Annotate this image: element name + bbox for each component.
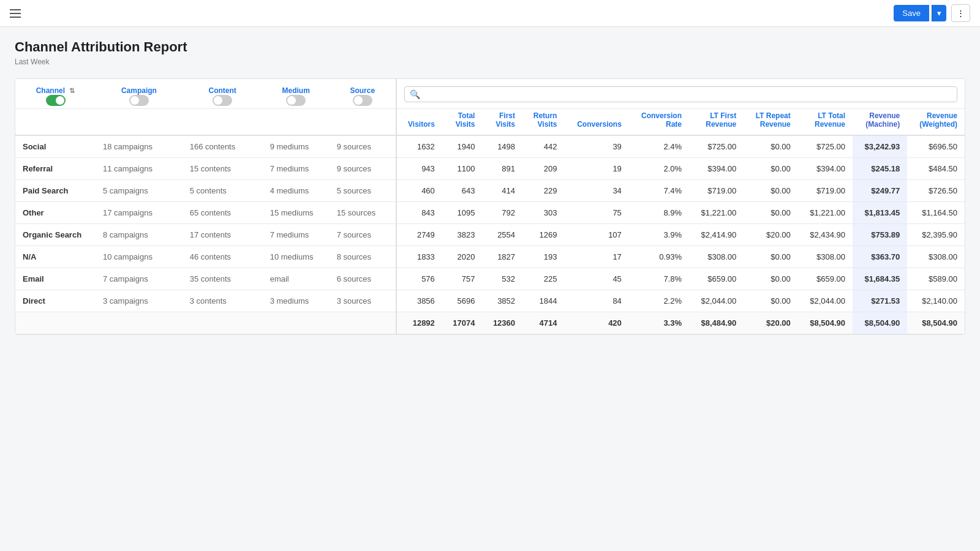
- cell-channel: Referral: [15, 158, 96, 180]
- cell-lt-total-revenue: $725.00: [798, 135, 853, 158]
- cell-return-visits: 1269: [522, 224, 564, 246]
- cell-conversion-rate: 7.8%: [629, 268, 689, 290]
- cell-revenue-weighted: $696.50: [907, 135, 965, 158]
- cell-total-visits: 1940: [442, 135, 483, 158]
- cell-conversions: 19: [564, 158, 628, 180]
- source-toggle[interactable]: [353, 95, 372, 106]
- table-row: Other 17 campaigns 65 contents 15 medium…: [15, 202, 965, 224]
- cell-revenue-weighted: $2,395.90: [907, 224, 965, 246]
- col-header-return-visits[interactable]: ReturnVisits: [522, 109, 564, 136]
- cell-revenue-machine: $363.70: [853, 246, 907, 268]
- col-header-revenue-machine[interactable]: Revenue(Machine): [853, 109, 907, 136]
- cell-lt-repeat-revenue: $0.00: [744, 246, 797, 268]
- table-row: Social 18 campaigns 166 contents 9 mediu…: [15, 135, 965, 158]
- col-header-revenue-weighted[interactable]: Revenue(Weighted): [907, 109, 965, 136]
- total-conversions: 420: [564, 312, 628, 334]
- cell-campaign: 18 campaigns: [96, 135, 183, 158]
- cell-lt-first-revenue: $394.00: [689, 158, 744, 180]
- more-options-button[interactable]: ⋮: [951, 4, 970, 22]
- cell-conversion-rate: 2.0%: [629, 158, 689, 180]
- cell-total-visits: 1095: [442, 202, 483, 224]
- content-toggle[interactable]: [213, 95, 232, 106]
- channel-filter-header: Channel ⇅: [15, 79, 96, 109]
- hamburger-menu[interactable]: [10, 9, 21, 18]
- cell-conversions: 84: [564, 290, 628, 312]
- cell-first-visits: 532: [482, 268, 522, 290]
- col-header-campaign: [96, 109, 183, 136]
- cell-lt-repeat-revenue: $0.00: [744, 202, 797, 224]
- cell-lt-first-revenue: $719.00: [689, 180, 744, 202]
- col-header-lt-total-revenue[interactable]: LT TotalRevenue: [798, 109, 853, 136]
- cell-channel: Organic Search: [15, 224, 96, 246]
- cell-content: 46 contents: [183, 246, 263, 268]
- cell-revenue-weighted: $484.50: [907, 158, 965, 180]
- col-header-total-visits[interactable]: TotalVisits: [442, 109, 483, 136]
- filter-icon[interactable]: ⇅: [69, 87, 75, 95]
- search-input[interactable]: [424, 90, 706, 99]
- cell-conversions: 107: [564, 224, 628, 246]
- col-header-visitors[interactable]: Visitors: [396, 109, 442, 136]
- cell-campaign: 11 campaigns: [96, 158, 183, 180]
- cell-campaign: 8 campaigns: [96, 224, 183, 246]
- search-icon: 🔍: [410, 89, 420, 99]
- cell-content: 5 contents: [183, 180, 263, 202]
- cell-revenue-machine: $753.89: [853, 224, 907, 246]
- cell-medium: 10 mediums: [263, 246, 330, 268]
- top-bar: Save ▾ ⋮: [0, 0, 980, 27]
- medium-toggle[interactable]: [286, 95, 306, 106]
- total-revenue-weighted: $8,504.90: [907, 312, 965, 334]
- table-row: Organic Search 8 campaigns 17 contents 7…: [15, 224, 965, 246]
- cell-first-visits: 1498: [482, 135, 522, 158]
- search-wrap: 🔍: [404, 86, 957, 102]
- col-header-conversion-rate[interactable]: ConversionRate: [629, 109, 689, 136]
- cell-first-visits: 1827: [482, 246, 522, 268]
- cell-lt-repeat-revenue: $0.00: [744, 290, 797, 312]
- total-return-visits: 4714: [522, 312, 564, 334]
- save-button[interactable]: Save: [894, 5, 929, 21]
- cell-visitors: 2749: [396, 224, 442, 246]
- save-dropdown-button[interactable]: ▾: [932, 5, 946, 21]
- page-title: Channel Attribution Report: [15, 39, 965, 55]
- cell-lt-total-revenue: $2,044.00: [798, 290, 853, 312]
- cell-medium: 3 mediums: [263, 290, 330, 312]
- col-header-lt-repeat-revenue[interactable]: LT RepeatRevenue: [744, 109, 797, 136]
- total-conversion-rate: 3.3%: [629, 312, 689, 334]
- col-header-first-visits[interactable]: FirstVisits: [482, 109, 522, 136]
- cell-conversion-rate: 2.2%: [629, 290, 689, 312]
- cell-lt-total-revenue: $659.00: [798, 268, 853, 290]
- cell-conversion-rate: 3.9%: [629, 224, 689, 246]
- source-filter-header: Source: [330, 79, 396, 109]
- cell-return-visits: 225: [522, 268, 564, 290]
- channel-toggle[interactable]: [46, 95, 66, 106]
- cell-lt-total-revenue: $2,434.90: [798, 224, 853, 246]
- cell-revenue-weighted: $1,164.50: [907, 202, 965, 224]
- cell-lt-first-revenue: $725.00: [689, 135, 744, 158]
- cell-first-visits: 3852: [482, 290, 522, 312]
- cell-visitors: 3856: [396, 290, 442, 312]
- cell-medium: 9 mediums: [263, 135, 330, 158]
- col-header-source: [330, 109, 396, 136]
- cell-revenue-machine: $1,684.35: [853, 268, 907, 290]
- cell-conversions: 45: [564, 268, 628, 290]
- cell-first-visits: 414: [482, 180, 522, 202]
- table-row: Referral 11 campaigns 15 contents 7 medi…: [15, 158, 965, 180]
- col-header-lt-first-revenue[interactable]: LT FirstRevenue: [689, 109, 744, 136]
- campaign-toggle[interactable]: [129, 95, 149, 106]
- col-header-channel: [15, 109, 96, 136]
- cell-lt-first-revenue: $1,221.00: [689, 202, 744, 224]
- col-header-conversions[interactable]: Conversions: [564, 109, 628, 136]
- cell-revenue-machine: $249.77: [853, 180, 907, 202]
- cell-revenue-weighted: $589.00: [907, 268, 965, 290]
- cell-revenue-machine: $1,813.45: [853, 202, 907, 224]
- cell-medium: 15 mediums: [263, 202, 330, 224]
- col-header-content: [183, 109, 263, 136]
- cell-campaign: 3 campaigns: [96, 290, 183, 312]
- total-channel: [15, 312, 96, 334]
- cell-content: 35 contents: [183, 268, 263, 290]
- cell-conversion-rate: 2.4%: [629, 135, 689, 158]
- cell-return-visits: 229: [522, 180, 564, 202]
- total-lt-total-revenue: $8,504.90: [798, 312, 853, 334]
- cell-source: 5 sources: [330, 180, 396, 202]
- cell-revenue-machine: $245.18: [853, 158, 907, 180]
- cell-lt-total-revenue: $394.00: [798, 158, 853, 180]
